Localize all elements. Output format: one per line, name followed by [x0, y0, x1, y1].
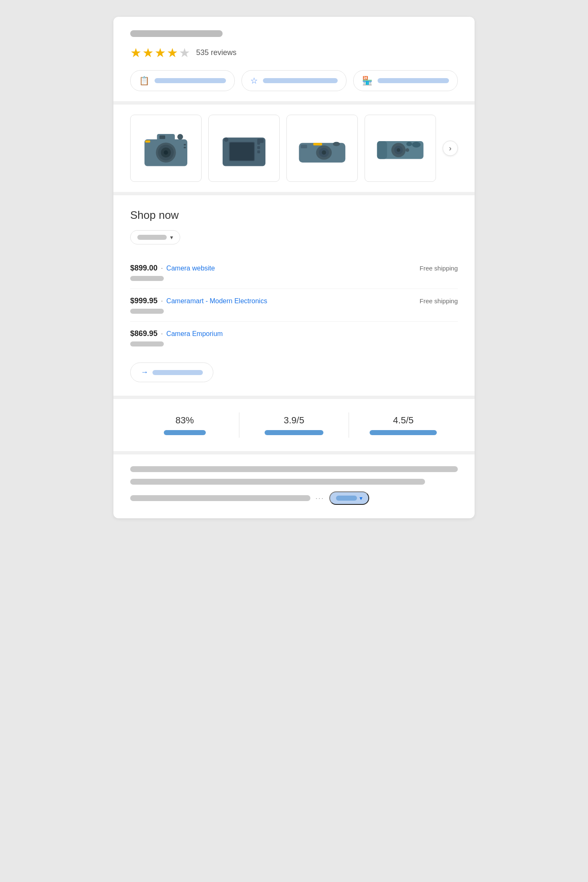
shop-item-3: $869.95 · Camera Emporium: [130, 322, 458, 354]
filter-button[interactable]: ▾: [130, 230, 180, 244]
stat-value-3: 4.5/5: [393, 415, 414, 426]
shop-title: Shop now: [130, 209, 458, 222]
shipping-badge-2: Free shipping: [420, 297, 458, 304]
action-button-1[interactable]: 📋: [130, 70, 235, 91]
shop-item-3-top: $869.95 · Camera Emporium: [130, 329, 458, 338]
shop-item-2-left: $999.95 · Cameramart - Modern Electronic…: [130, 297, 267, 305]
product-card: ★ ★ ★ ★ ★ 535 reviews 📋 ☆ 🏪: [113, 17, 475, 518]
stat-label-2: [265, 430, 323, 435]
star-5: ★: [179, 45, 190, 60]
shop-section: Shop now ▾ $899.00 · Camera website Free…: [113, 195, 475, 399]
rating-row: ★ ★ ★ ★ ★ 535 reviews: [130, 45, 458, 60]
svg-point-29: [397, 148, 401, 152]
svg-rect-17: [257, 139, 263, 143]
shop-item-1: $899.00 · Camera website Free shipping: [130, 256, 458, 289]
image-card-4[interactable]: [365, 115, 436, 182]
expand-label-placeholder: [336, 496, 357, 501]
svg-rect-6: [145, 140, 150, 142]
shop-item-2-sub: [130, 309, 164, 314]
text-line-3-partial: [130, 495, 310, 501]
text-section: ··· ▾: [113, 454, 475, 518]
filter-label-placeholder: [137, 235, 167, 240]
shop-item-1-left: $899.00 · Camera website: [130, 264, 215, 273]
price-1: $899.00: [130, 264, 158, 273]
star-icon: ☆: [250, 76, 258, 86]
camera-image-1: [137, 122, 194, 175]
images-section: ›: [113, 105, 475, 195]
svg-rect-24: [301, 145, 307, 149]
action-button-3[interactable]: 🏪: [353, 70, 458, 91]
separator-3: ·: [161, 329, 163, 338]
star-3: ★: [155, 45, 166, 60]
stats-section: 83% 3.9/5 4.5/5: [113, 399, 475, 454]
chevron-down-icon: ▾: [170, 234, 173, 241]
svg-point-33: [406, 142, 412, 146]
star-2: ★: [142, 45, 154, 60]
action-btn-label-1: [155, 78, 226, 83]
action-btn-label-2: [263, 78, 337, 83]
chevron-down-expand-icon: ▾: [360, 495, 362, 501]
svg-point-25: [333, 142, 340, 146]
stat-value-2: 3.9/5: [284, 415, 304, 426]
svg-point-18: [224, 138, 228, 142]
next-image-button[interactable]: ›: [443, 141, 458, 156]
more-stores-button[interactable]: →: [130, 362, 213, 382]
store-icon: 🏪: [362, 76, 373, 86]
image-card-3[interactable]: [286, 115, 358, 182]
shop-item-3-sub: [130, 341, 164, 346]
separator-2: ·: [161, 297, 163, 305]
arrow-right-icon: →: [141, 368, 148, 377]
image-card-2[interactable]: [208, 115, 280, 182]
star-rating: ★ ★ ★ ★ ★: [130, 45, 190, 60]
stat-item-1: 83%: [130, 415, 239, 435]
seller-name-2[interactable]: Cameramart - Modern Electronics: [166, 297, 267, 305]
seller-name-1[interactable]: Camera website: [166, 265, 215, 272]
clipboard-icon: 📋: [139, 76, 150, 86]
stat-item-2: 3.9/5: [239, 415, 348, 435]
shop-item-2-top: $999.95 · Cameramart - Modern Electronic…: [130, 297, 458, 305]
stat-value-1: 83%: [176, 415, 194, 426]
star-4: ★: [167, 45, 178, 60]
review-count: 535 reviews: [196, 48, 236, 57]
action-buttons-row: 📋 ☆ 🏪: [130, 70, 458, 91]
svg-point-30: [406, 148, 410, 152]
price-2: $999.95: [130, 297, 158, 305]
stat-item-3: 4.5/5: [349, 415, 458, 435]
product-title-placeholder: [130, 30, 223, 37]
stat-label-3: [370, 430, 437, 435]
action-btn-label-3: [378, 78, 449, 83]
more-label-placeholder: [152, 370, 203, 375]
shop-item-3-left: $869.95 · Camera Emporium: [130, 329, 223, 338]
svg-point-8: [177, 134, 183, 140]
svg-rect-13: [230, 142, 254, 160]
action-button-2[interactable]: ☆: [242, 70, 346, 91]
svg-point-32: [412, 142, 420, 148]
svg-rect-15: [257, 146, 260, 149]
rating-section: ★ ★ ★ ★ ★ 535 reviews 📋 ☆ 🏪: [113, 17, 475, 105]
star-1: ★: [130, 45, 142, 60]
price-3: $869.95: [130, 329, 158, 338]
text-line-2: [130, 479, 425, 485]
shop-item-2: $999.95 · Cameramart - Modern Electronic…: [130, 289, 458, 322]
svg-point-22: [322, 150, 326, 155]
svg-rect-16: [257, 150, 260, 153]
svg-rect-7: [160, 135, 165, 139]
svg-rect-23: [313, 143, 322, 145]
image-card-1[interactable]: [130, 115, 202, 182]
camera-image-3: [294, 122, 351, 175]
text-line-1: [130, 466, 458, 472]
expand-button[interactable]: ▾: [329, 491, 369, 505]
ellipsis-icon: ···: [315, 494, 324, 503]
camera-image-2: [215, 122, 273, 175]
svg-point-5: [164, 150, 168, 155]
shop-item-1-sub: [130, 276, 164, 281]
stat-label-1: [164, 430, 206, 435]
separator-1: ·: [161, 264, 163, 273]
text-line-3-row: ··· ▾: [130, 491, 458, 505]
svg-rect-31: [377, 141, 387, 159]
svg-rect-9: [184, 144, 186, 145]
svg-rect-10: [184, 147, 186, 148]
seller-name-3[interactable]: Camera Emporium: [166, 330, 223, 338]
shipping-badge-1: Free shipping: [420, 265, 458, 272]
shop-item-1-top: $899.00 · Camera website Free shipping: [130, 264, 458, 273]
